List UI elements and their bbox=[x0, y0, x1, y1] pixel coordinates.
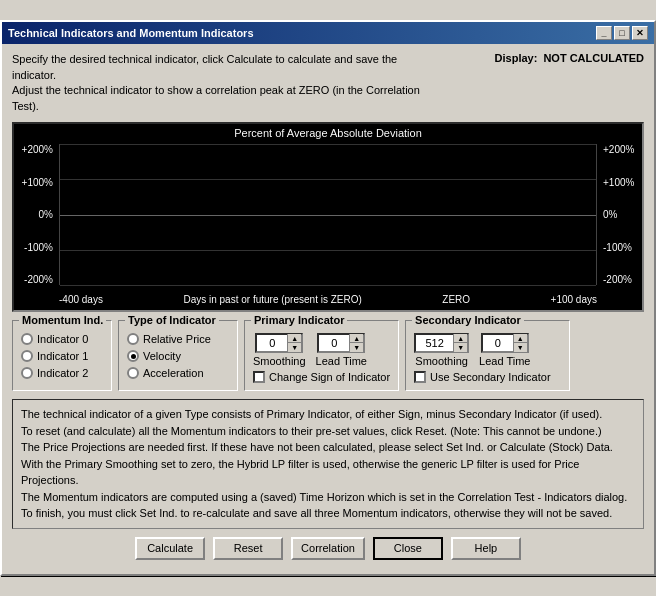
secondary-panel: Secondary Indicator 512 ▲ ▼ Smoothing bbox=[405, 320, 570, 391]
secondary-leadtime-value: 0 bbox=[483, 336, 513, 350]
radio-acceleration-input[interactable] bbox=[127, 367, 139, 379]
secondary-spinbox-row: 512 ▲ ▼ Smoothing 0 bbox=[414, 333, 561, 367]
display-area: Display: NOT CALCULATED bbox=[495, 52, 644, 64]
secondary-smoothing-arrows[interactable]: ▲ ▼ bbox=[453, 334, 467, 352]
primary-smoothing-down[interactable]: ▼ bbox=[288, 343, 301, 352]
primary-change-sign-row[interactable]: Change Sign of Indicator bbox=[253, 371, 390, 383]
close-button[interactable]: ✕ bbox=[632, 26, 648, 40]
display-value: NOT CALCULATED bbox=[543, 52, 644, 64]
primary-change-sign-label: Change Sign of Indicator bbox=[269, 371, 390, 383]
reset-button[interactable]: Reset bbox=[213, 537, 283, 560]
primary-smoothing-value: 0 bbox=[257, 336, 287, 350]
maximize-button[interactable]: □ bbox=[614, 26, 630, 40]
secondary-leadtime-spinbox[interactable]: 0 ▲ ▼ bbox=[481, 333, 529, 353]
secondary-panel-content: 512 ▲ ▼ Smoothing 0 bbox=[414, 333, 561, 383]
info-line-4: With the Primary Smoothing set to zero, … bbox=[21, 456, 635, 489]
correlation-button[interactable]: Correlation bbox=[291, 537, 365, 560]
primary-leadtime-up[interactable]: ▲ bbox=[350, 334, 363, 343]
secondary-leadtime-down[interactable]: ▼ bbox=[514, 343, 527, 352]
y-label-n200-left: -200% bbox=[24, 274, 53, 285]
grid-line-zero bbox=[60, 215, 596, 216]
window-content: Specify the desired technical indicator,… bbox=[2, 44, 654, 573]
help-button[interactable]: Help bbox=[451, 537, 521, 560]
primary-smoothing-arrows[interactable]: ▲ ▼ bbox=[287, 334, 301, 352]
y-label-100-right: +100% bbox=[603, 177, 634, 188]
y-label-0-right: 0% bbox=[603, 209, 617, 220]
radio-indicator-0[interactable]: Indicator 0 bbox=[21, 333, 103, 345]
y-label-n100-right: -100% bbox=[603, 242, 632, 253]
display-label: Display: bbox=[495, 52, 538, 64]
radio-indicator-0-input[interactable] bbox=[21, 333, 33, 345]
secondary-leadtime-arrows[interactable]: ▲ ▼ bbox=[513, 334, 527, 352]
x-label-left: -400 days bbox=[59, 294, 103, 305]
radio-indicator-2[interactable]: Indicator 2 bbox=[21, 367, 103, 379]
secondary-smoothing-value: 512 bbox=[416, 336, 453, 350]
footer-buttons: Calculate Reset Correlation Close Help bbox=[12, 537, 644, 566]
grid-line-25 bbox=[60, 179, 596, 180]
primary-leadtime-spinbox[interactable]: 0 ▲ ▼ bbox=[317, 333, 365, 353]
radio-indicator-0-label: Indicator 0 bbox=[37, 333, 88, 345]
radio-indicator-2-input[interactable] bbox=[21, 367, 33, 379]
grid-line-bottom bbox=[60, 285, 596, 286]
primary-change-sign-checkbox[interactable] bbox=[253, 371, 265, 383]
primary-panel-content: 0 ▲ ▼ Smoothing 0 bbox=[253, 333, 390, 383]
secondary-leadtime-group: 0 ▲ ▼ Lead Time bbox=[479, 333, 530, 367]
header-line1: Specify the desired technical indicator,… bbox=[12, 52, 442, 83]
radio-acceleration-label: Acceleration bbox=[143, 367, 204, 379]
chart-container: Percent of Average Absolute Deviation +2… bbox=[12, 122, 644, 312]
header-description: Specify the desired technical indicator,… bbox=[12, 52, 442, 114]
radio-velocity-dot bbox=[131, 354, 136, 359]
secondary-use-label: Use Secondary Indicator bbox=[430, 371, 550, 383]
info-line-6: To finish, you must click Set Ind. to re… bbox=[21, 505, 635, 522]
primary-leadtime-group: 0 ▲ ▼ Lead Time bbox=[316, 333, 367, 367]
window-controls: _ □ ✕ bbox=[596, 26, 648, 40]
secondary-leadtime-label: Lead Time bbox=[479, 355, 530, 367]
primary-smoothing-label: Smoothing bbox=[253, 355, 306, 367]
secondary-use-checkbox[interactable] bbox=[414, 371, 426, 383]
main-window: Technical Indicators and Momentum Indica… bbox=[0, 20, 656, 575]
secondary-smoothing-label: Smoothing bbox=[415, 355, 468, 367]
y-label-n200-right: -200% bbox=[603, 274, 632, 285]
calculate-button[interactable]: Calculate bbox=[135, 537, 205, 560]
radio-acceleration[interactable]: Acceleration bbox=[127, 367, 229, 379]
radio-indicator-1-label: Indicator 1 bbox=[37, 350, 88, 362]
radio-indicator-1-input[interactable] bbox=[21, 350, 33, 362]
radio-indicator-1[interactable]: Indicator 1 bbox=[21, 350, 103, 362]
radio-relative-price[interactable]: Relative Price bbox=[127, 333, 229, 345]
primary-smoothing-spinbox[interactable]: 0 ▲ ▼ bbox=[255, 333, 303, 353]
secondary-smoothing-spinbox[interactable]: 512 ▲ ▼ bbox=[414, 333, 469, 353]
minimize-button[interactable]: _ bbox=[596, 26, 612, 40]
close-button-footer[interactable]: Close bbox=[373, 537, 443, 560]
primary-leadtime-arrows[interactable]: ▲ ▼ bbox=[349, 334, 363, 352]
momentum-panel: Momentum Ind. Indicator 0 Indicator 1 In… bbox=[12, 320, 112, 391]
primary-panel: Primary Indicator 0 ▲ ▼ Smoothing bbox=[244, 320, 399, 391]
info-line-1: The technical indicator of a given Type … bbox=[21, 406, 635, 423]
x-label-right: +100 days bbox=[551, 294, 597, 305]
grid-line-75 bbox=[60, 250, 596, 251]
grid-line-top bbox=[60, 144, 596, 145]
radio-relative-price-input[interactable] bbox=[127, 333, 139, 345]
info-line-2: To reset (and calculate) all the Momentu… bbox=[21, 423, 635, 440]
radio-velocity-input[interactable] bbox=[127, 350, 139, 362]
primary-leadtime-label: Lead Time bbox=[316, 355, 367, 367]
secondary-smoothing-up[interactable]: ▲ bbox=[454, 334, 467, 343]
chart-plot-area bbox=[59, 144, 597, 285]
x-label-zero: ZERO bbox=[442, 294, 470, 305]
radio-relative-price-label: Relative Price bbox=[143, 333, 211, 345]
secondary-leadtime-up[interactable]: ▲ bbox=[514, 334, 527, 343]
panels-row: Momentum Ind. Indicator 0 Indicator 1 In… bbox=[12, 320, 644, 391]
title-bar: Technical Indicators and Momentum Indica… bbox=[2, 22, 654, 44]
primary-smoothing-group: 0 ▲ ▼ Smoothing bbox=[253, 333, 306, 367]
primary-spinbox-row: 0 ▲ ▼ Smoothing 0 bbox=[253, 333, 390, 367]
secondary-smoothing-down[interactable]: ▼ bbox=[454, 343, 467, 352]
header-row: Specify the desired technical indicator,… bbox=[12, 52, 644, 114]
momentum-panel-title: Momentum Ind. bbox=[19, 314, 106, 326]
x-label-center: Days in past or future (present is ZERO) bbox=[183, 294, 361, 305]
info-line-5: The Momentum indicators are computed usi… bbox=[21, 489, 635, 506]
momentum-panel-content: Indicator 0 Indicator 1 Indicator 2 bbox=[21, 333, 103, 379]
primary-smoothing-up[interactable]: ▲ bbox=[288, 334, 301, 343]
secondary-smoothing-group: 512 ▲ ▼ Smoothing bbox=[414, 333, 469, 367]
secondary-use-row[interactable]: Use Secondary Indicator bbox=[414, 371, 561, 383]
primary-leadtime-down[interactable]: ▼ bbox=[350, 343, 363, 352]
radio-velocity[interactable]: Velocity bbox=[127, 350, 229, 362]
